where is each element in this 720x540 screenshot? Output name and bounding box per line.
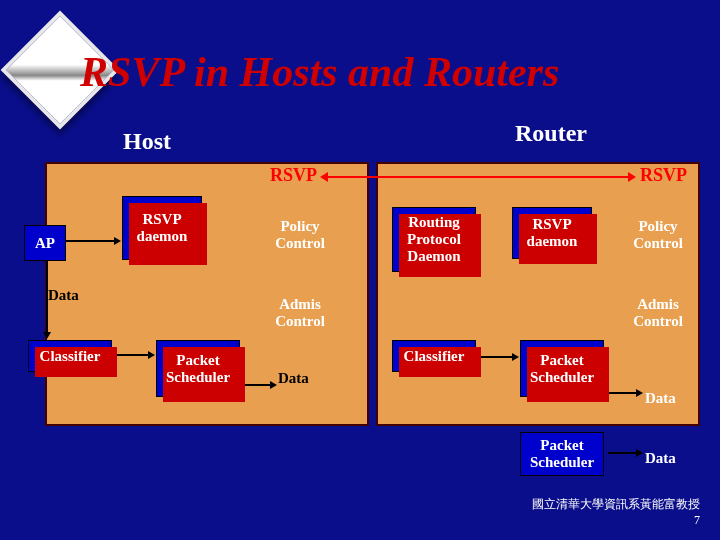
footer: 國立清華大學資訊系黃能富教授 7 <box>532 496 700 528</box>
router-scheduler2-box: Packet Scheduler <box>520 432 604 476</box>
routing-daemon-box: Routing Protocol Daemon <box>392 207 476 272</box>
ap-box: AP <box>24 225 66 261</box>
data-router-out-label: Data <box>645 390 676 407</box>
rsvp-connection-arrow <box>328 176 628 178</box>
arrow-r-out2 <box>608 452 636 454</box>
data-host-out-label: Data <box>278 370 309 387</box>
host-scheduler-box: Packet Scheduler <box>156 340 240 397</box>
router-policy-label: Policy Control <box>618 218 698 252</box>
router-classifier-box: Classifier <box>392 340 476 372</box>
host-classifier-box: Classifier <box>28 340 112 372</box>
data-final-label: Data <box>645 450 676 467</box>
router-rsvp-daemon-box: RSVP daemon <box>512 207 592 259</box>
slide-title: RSVP in Hosts and Routers <box>80 48 559 96</box>
rsvp-label-host: RSVP <box>270 165 317 186</box>
arrow-classifier-sched <box>116 354 148 356</box>
arrow-ap-down <box>46 258 48 332</box>
page-number: 7 <box>694 513 700 527</box>
router-admis-label: Admis Control <box>618 296 698 330</box>
arrow-r-out1 <box>608 392 636 394</box>
host-rsvp-daemon-box: RSVP daemon <box>122 196 202 260</box>
host-policy-label: Policy Control <box>260 218 340 252</box>
arrow-r-classifier-sched <box>480 356 512 358</box>
arrow-ap-daemon <box>66 240 114 242</box>
rsvp-label-router: RSVP <box>640 165 687 186</box>
router-label: Router <box>515 120 587 147</box>
arrow-host-out <box>244 384 270 386</box>
router-scheduler-box: Packet Scheduler <box>520 340 604 397</box>
footer-text: 國立清華大學資訊系黃能富教授 <box>532 497 700 511</box>
host-label: Host <box>123 128 171 155</box>
host-admis-label: Admis Control <box>260 296 340 330</box>
data-in-label: Data <box>48 287 79 304</box>
